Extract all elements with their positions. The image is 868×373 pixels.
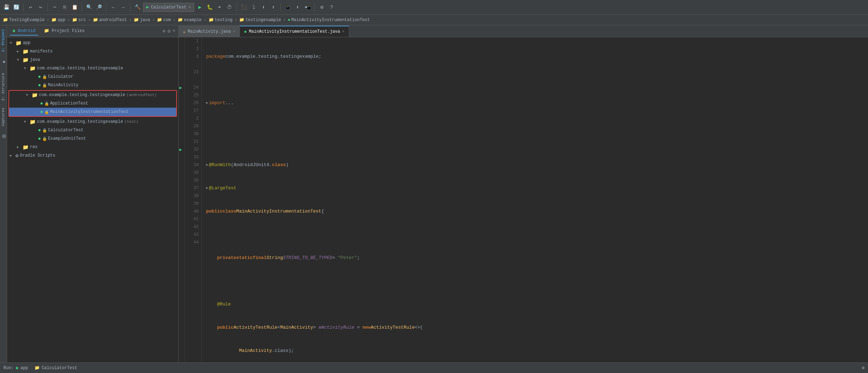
side-label-favorites[interactable]: ★ xyxy=(0,56,7,69)
sdk-manager-icon[interactable]: ⬇ xyxy=(293,3,302,12)
breadcrumb-item-src[interactable]: 📁 src xyxy=(72,17,86,23)
toolbar-separator-4 xyxy=(106,3,106,12)
collapse-arrow: ▼ xyxy=(24,67,30,70)
help-icon[interactable]: ? xyxy=(327,3,336,12)
code-line-2 xyxy=(206,76,864,84)
tree-item-package-test[interactable]: ▼ 📁 com.example.testing.testingexample (… xyxy=(7,118,178,126)
tab-project-files[interactable]: 📁 Project Files xyxy=(41,27,88,36)
copy-icon[interactable]: ⎘ xyxy=(60,3,69,12)
tab-android[interactable]: ◉ Android xyxy=(10,27,38,36)
toolbar-separator-5 xyxy=(130,3,130,12)
android-class-icon: ● xyxy=(38,74,41,80)
android-class-icon: ● xyxy=(38,127,41,133)
breadcrumb-item-example[interactable]: 📁 example xyxy=(178,17,202,23)
run-configuration-dropdown[interactable]: ▶ CalculatorTest ▾ xyxy=(143,3,194,12)
run-line-icon-2[interactable]: ▶ xyxy=(179,147,182,152)
folder-icon: 📁 xyxy=(209,17,214,23)
tree-item-package-androidtest[interactable]: ▼ 📁 com.example.testing.testingexample (… xyxy=(9,91,176,99)
tree-item-package-main[interactable]: ▼ 📁 com.example.testing.testingexample xyxy=(7,64,178,72)
debug-icon[interactable]: 🐛 xyxy=(205,3,214,12)
hide-icon[interactable]: × xyxy=(173,28,175,34)
side-label-circle[interactable]: ◎ xyxy=(0,130,7,144)
main-area: 1: Project ★ Z: Structure Captures ◎ ◉ A… xyxy=(0,25,868,362)
tree-item-exampleunittest[interactable]: ● 🔒 ExampleUnitTest xyxy=(7,134,178,143)
breadcrumb-item-java[interactable]: 📁 java xyxy=(134,17,150,23)
tab-close-icon[interactable]: × xyxy=(233,30,235,34)
breadcrumb-item-testing-example[interactable]: 📁 TestingExample xyxy=(3,17,45,23)
folder-icon: 📁 xyxy=(178,17,183,23)
code-line-29 xyxy=(206,277,864,285)
settings-icon[interactable]: ⚙ xyxy=(167,28,170,34)
breadcrumb-label: MainActivityInstrumentationTest xyxy=(291,18,370,23)
panel-actions: ⊕ ⚙ × xyxy=(162,28,175,34)
step-into-icon[interactable]: ⬇ xyxy=(259,3,268,12)
tab-close-icon[interactable]: × xyxy=(342,30,345,34)
tree-item-calculatortest[interactable]: ● 🔒 CalculatorTest xyxy=(7,126,178,134)
run-config-label: CalculatorTest xyxy=(151,5,186,10)
cut-icon[interactable]: ✂ xyxy=(51,3,59,12)
run-icon[interactable]: ▶ xyxy=(196,3,204,12)
toolbar-separator-2 xyxy=(47,3,48,12)
build-icon[interactable]: 🔨 xyxy=(133,3,142,12)
save-icon[interactable]: 💾 xyxy=(2,3,11,12)
bottom-right-actions: ⚙ xyxy=(862,365,864,371)
lock-icon: 🔒 xyxy=(42,137,47,141)
scope-icon[interactable]: ⊕ xyxy=(162,28,165,34)
code-editor[interactable]: ▶ ▶ 1 2 3 23 24 25 26 27 2 xyxy=(179,37,868,362)
breadcrumb-item-testing[interactable]: 📁 testing xyxy=(209,17,232,23)
tree-item-mainactivity[interactable]: ● 🔒 MainActivity xyxy=(7,81,178,89)
tree-item-mainactivity-instrumentation-test[interactable]: ● 🔒 MainActivityInstrumentationTest xyxy=(9,108,176,116)
zoom-in-icon[interactable]: 🔍 xyxy=(85,3,93,12)
run-label: Run: xyxy=(4,366,14,371)
android-class-icon: ● xyxy=(40,101,43,106)
sync-icon[interactable]: 🔄 xyxy=(12,3,20,12)
breadcrumb-item-app[interactable]: 📁 app xyxy=(51,17,65,23)
run-line-icon[interactable]: ▶ xyxy=(179,85,182,90)
run-indicator: Run: ◉ app 📁 CalculatorTest xyxy=(4,365,77,371)
step-over-icon[interactable]: ⤵ xyxy=(249,3,258,12)
profile-icon[interactable]: ⏱ xyxy=(225,3,234,12)
back-icon[interactable]: ← xyxy=(109,3,117,12)
coverage-icon[interactable]: ☂ xyxy=(215,3,224,12)
settings-icon[interactable]: ⚙ xyxy=(318,3,326,12)
bottom-settings-icon[interactable]: ⚙ xyxy=(862,365,864,371)
code-line-30: @Rule xyxy=(206,301,864,308)
android-device-icon[interactable]: 📱 xyxy=(283,3,292,12)
breadcrumb-label: TestingExample xyxy=(9,18,45,23)
code-line-3: ▶import ... xyxy=(206,99,864,107)
redo-icon[interactable]: ↪ xyxy=(36,3,45,12)
tree-item-app[interactable]: ▼ 📁 app xyxy=(7,39,178,47)
run-config-icon: ▶ xyxy=(146,5,149,10)
lock-icon: 🔒 xyxy=(44,110,49,114)
tree-item-applicationtest[interactable]: ● 🔒 ApplicationTest xyxy=(9,99,176,108)
breadcrumb: 📁 TestingExample › 📁 app › 📁 src › 📁 and… xyxy=(0,15,868,25)
breadcrumb-item-mainactivity-test[interactable]: ● MainActivityInstrumentationTest xyxy=(288,18,370,23)
zoom-out-icon[interactable]: 🔎 xyxy=(95,3,103,12)
tab-mainactivity-instrumentation-test[interactable]: ● MainActivityInstrumentationTest.java × xyxy=(240,26,349,37)
side-label-captures[interactable]: Captures xyxy=(0,104,7,130)
breadcrumb-item-com[interactable]: 📁 com xyxy=(157,17,171,23)
forward-icon[interactable]: → xyxy=(119,3,127,12)
avd-manager-icon[interactable]: 📲 xyxy=(303,3,312,12)
tree-item-res[interactable]: ▶ 📁 res xyxy=(7,143,178,151)
undo-icon[interactable]: ↩ xyxy=(26,3,35,12)
tab-mainactivity-java[interactable]: ☕ MainActivity.java × xyxy=(179,26,240,37)
tree-item-manifests[interactable]: ▶ 📁 manifests xyxy=(7,47,178,56)
tree-item-gradle-scripts[interactable]: ▶ ⚙ Gradle Scripts xyxy=(7,151,178,160)
step-out-icon[interactable]: ⬆ xyxy=(269,3,277,12)
calculator-test-label: CalculatorTest xyxy=(42,366,77,371)
tree-item-java[interactable]: ▼ 📁 java xyxy=(7,56,178,64)
side-label-project[interactable]: 1: Project xyxy=(0,25,7,56)
stop-icon[interactable]: ⬛ xyxy=(240,3,248,12)
breadcrumb-item-androidtest[interactable]: 📁 androidTest xyxy=(93,17,127,23)
expand-arrow: ▶ xyxy=(17,49,23,53)
code-content[interactable]: package com.example.testing.testingexamp… xyxy=(202,37,868,362)
folder-icon: 📁 xyxy=(23,49,28,55)
calculator-test-icon: 📁 xyxy=(34,365,40,371)
breadcrumb-label: example xyxy=(184,18,202,23)
side-label-structure[interactable]: Z: Structure xyxy=(0,69,7,104)
tree-item-calculator[interactable]: ● 🔒 Calculator xyxy=(7,72,178,81)
paste-icon[interactable]: 📋 xyxy=(70,3,79,12)
breadcrumb-item-testingexample[interactable]: 📁 testingexample xyxy=(239,17,281,23)
collapse-arrow: ▼ xyxy=(26,93,32,97)
